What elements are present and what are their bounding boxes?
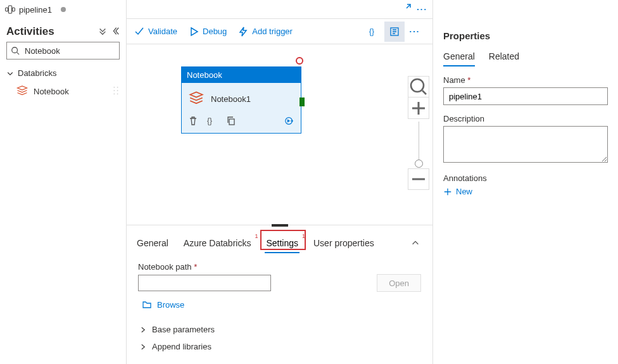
svg-rect-0 [6, 8, 8, 11]
properties-tab-general[interactable]: General [443, 47, 475, 66]
search-icon [11, 46, 20, 55]
name-label: Name * [443, 75, 608, 85]
zoom-controls [405, 44, 432, 225]
add-trigger-button[interactable]: Add trigger [238, 27, 293, 37]
collapse-down-icon[interactable] [98, 27, 107, 37]
activities-sidebar: pipeline1 Activities Datab [0, 0, 127, 364]
open-button[interactable]: Open [377, 274, 421, 292]
notebook-path-input[interactable] [138, 275, 271, 291]
editor-topbar: ··· [127, 0, 432, 19]
error-indicator-icon [296, 57, 303, 65]
base-parameters-expander[interactable]: Base parameters [138, 321, 421, 338]
chevron-down-icon [6, 70, 14, 77]
zoom-reset-icon[interactable] [408, 76, 429, 97]
code-icon[interactable]: {} [207, 116, 217, 128]
zoom-slider-thumb[interactable] [415, 160, 423, 168]
svg-point-5 [117, 86, 118, 87]
pipeline-canvas[interactable]: Notebook Notebook1 {} [127, 44, 405, 225]
svg-point-4 [114, 86, 115, 87]
debug-button[interactable]: Debug [189, 27, 227, 37]
pipeline-icon [5, 5, 15, 14]
success-connector-icon[interactable] [300, 97, 305, 106]
svg-point-9 [117, 93, 118, 94]
tree-group-databricks[interactable]: Databricks [4, 66, 122, 80]
collapse-panel-icon[interactable] [411, 239, 420, 249]
browse-button[interactable]: Browse [142, 299, 421, 310]
activities-header: Activities [0, 19, 126, 42]
toolbar-more-icon[interactable]: ··· [405, 22, 425, 42]
validate-label: Validate [148, 27, 177, 36]
svg-rect-13 [229, 119, 234, 125]
dirty-indicator-icon [61, 7, 66, 12]
properties-toggle-icon[interactable] [384, 22, 405, 42]
tab-azure-databricks[interactable]: Azure Databricks 1 [182, 234, 253, 253]
drag-grip-icon [113, 86, 119, 97]
tree-group-label: Databricks [18, 68, 56, 78]
activities-title: Activities [6, 25, 54, 38]
new-annotation-button[interactable]: New [443, 187, 608, 196]
collapse-left-icon[interactable] [111, 27, 120, 37]
activities-search-input[interactable] [23, 46, 132, 56]
svg-rect-2 [8, 6, 11, 13]
details-tabs: General Azure Databricks 1 Settings 1 Us… [127, 228, 432, 253]
error-badge: 1 [255, 233, 258, 239]
tab-settings[interactable]: Settings 1 [265, 234, 300, 253]
notebook-path-label: Notebook path * [138, 262, 421, 272]
name-input[interactable] [443, 87, 608, 105]
description-input[interactable] [443, 126, 608, 163]
properties-panel: Properties General Related Name * Descri… [433, 0, 618, 364]
svg-rect-1 [12, 8, 15, 11]
debug-label: Debug [203, 27, 227, 36]
checkmark-icon [134, 27, 144, 37]
tab-user-properties[interactable]: User properties [312, 234, 375, 253]
play-icon [189, 27, 199, 37]
error-badge: 1 [302, 233, 305, 239]
activity-node-name: Notebook1 [211, 94, 251, 104]
copy-icon[interactable] [226, 116, 236, 128]
svg-point-7 [117, 90, 118, 91]
tab-azure-databricks-label: Azure Databricks [184, 238, 251, 248]
append-libraries-expander[interactable]: Append libraries [138, 338, 421, 355]
databricks-icon [188, 91, 205, 107]
svg-point-3 [12, 47, 18, 53]
browse-label: Browse [157, 300, 184, 310]
description-label: Description [443, 114, 608, 123]
editor-tab-label: pipeline1 [19, 5, 52, 15]
databricks-icon [16, 85, 28, 97]
validate-button[interactable]: Validate [134, 27, 177, 37]
svg-point-15 [411, 79, 424, 92]
delete-icon[interactable] [188, 116, 198, 128]
svg-point-8 [114, 93, 115, 94]
tab-settings-label: Settings [266, 238, 298, 248]
run-activity-icon[interactable] [284, 116, 294, 128]
activity-item-label: Notebook [34, 87, 69, 96]
activity-node-type: Notebook [182, 67, 301, 83]
properties-tab-related[interactable]: Related [489, 47, 519, 66]
annotations-label: Annotations [443, 173, 608, 183]
zoom-in-button[interactable] [408, 97, 429, 119]
append-libraries-label: Append libraries [152, 342, 211, 351]
add-trigger-label: Add trigger [252, 27, 293, 36]
activity-node-notebook[interactable]: Notebook Notebook1 {} [181, 66, 301, 134]
svg-text:{}: {} [207, 116, 212, 125]
more-menu-icon[interactable]: ··· [417, 4, 427, 14]
zoom-out-button[interactable] [408, 168, 429, 190]
activity-details-panel: General Azure Databricks 1 Settings 1 Us… [127, 225, 432, 364]
activities-search[interactable] [6, 42, 120, 60]
tab-general[interactable]: General [136, 234, 170, 253]
chevron-right-icon [139, 326, 147, 334]
code-view-icon[interactable]: {} [364, 22, 384, 42]
expand-icon[interactable] [401, 3, 412, 15]
activity-item-notebook[interactable]: Notebook [4, 80, 122, 102]
zoom-slider[interactable] [419, 122, 419, 166]
folder-icon [142, 299, 152, 310]
chevron-right-icon [139, 343, 147, 351]
properties-title: Properties [433, 19, 618, 47]
lightning-icon [238, 27, 248, 37]
editor-tab[interactable]: pipeline1 [0, 0, 126, 19]
pipeline-toolbar: Validate Debug Add trigger {} ··· [127, 19, 432, 44]
base-parameters-label: Base parameters [152, 325, 215, 334]
main-column: ··· Validate Debug Add trigger {} [127, 0, 433, 364]
plus-icon [443, 187, 452, 196]
svg-text:{}: {} [369, 27, 374, 36]
